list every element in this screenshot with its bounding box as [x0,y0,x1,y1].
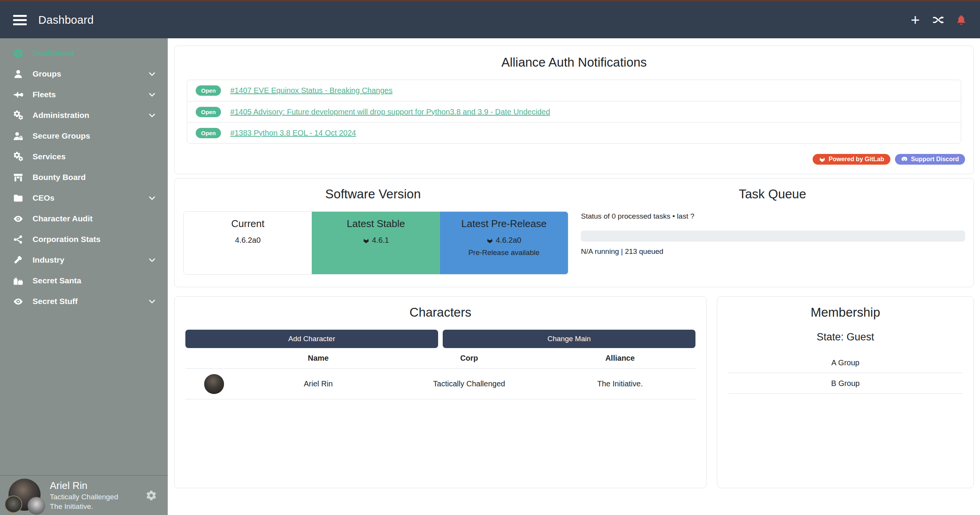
user-icon [13,69,23,79]
task-queue-section: Task Queue Status of 0 processed tasks •… [571,178,973,287]
sidebar-item-ceos[interactable]: CEOs [0,188,168,208]
version-label: Latest Pre-Release [440,218,568,230]
chevron-down-icon [148,70,156,78]
notifications-list: Open #1407 EVE Equinox Status - Breaking… [187,80,961,144]
version-latest-stable: Latest Stable 4.6.1 [312,212,440,274]
sidebar-item-groups[interactable]: Groups [0,64,168,84]
change-main-button[interactable]: Change Main [443,330,695,348]
tachometer-icon [13,48,23,59]
notification-item: Open #1405 Advisory: Future development … [187,101,961,122]
cell-character-name: Ariel Rin [243,379,394,388]
menu-toggle-icon[interactable] [13,15,27,25]
version-label: Current [184,218,312,230]
gitlab-fox-icon [486,237,493,244]
status-badge: Open [196,128,221,138]
chevron-down-icon [148,194,156,202]
notifications-title: Alliance Auth Notifications [175,55,973,70]
discord-badge[interactable]: Support Discord [895,154,965,165]
page: Dashboard + [0,0,980,515]
settings-gear-icon[interactable] [146,490,157,501]
status-badge: Open [196,107,221,117]
version-table: Current 4.6.2a0 Latest Stable 4.6.1 Late… [183,211,568,275]
sidebar-item-bounty-board[interactable]: Bounty Board [0,167,168,188]
sidebar-item-label: Secret Stuff [33,297,78,306]
eye-icon [13,296,23,307]
task-queue-title: Task Queue [571,187,973,201]
navbar: Dashboard + [0,2,980,38]
task-queue-progressbar [581,231,965,242]
gitlab-fox-icon [819,156,826,163]
table-row[interactable]: Ariel Rin Tactically Challenged The Init… [185,369,695,399]
list-item: B Group [728,373,963,394]
characters-table: Name Corp Alliance Ariel Rin Tactically … [185,348,695,399]
cell-character-corp: Tactically Challenged [394,379,545,388]
fighter-jet-icon [13,90,23,100]
alliance-logo [28,497,45,515]
sidebar-item-secret-santa[interactable]: Secret Santa [0,270,168,291]
sidebar-item-administration[interactable]: Administration [0,105,168,126]
sidebar-item-dashboard[interactable]: Dashboard [0,43,168,64]
column-header-alliance: Alliance [545,354,695,363]
sidebar-item-label: Administration [33,111,89,120]
membership-title: Membership [717,305,973,320]
notifications-bell-icon[interactable] [955,14,967,26]
main-content: Alliance Auth Notifications Open #1407 E… [168,38,980,515]
sidebar-item-services[interactable]: Services [0,146,168,167]
sidebar-item-label: Groups [33,69,61,78]
notification-link[interactable]: #1383 Python 3.8 EOL - 14 Oct 2024 [230,129,356,137]
column-header-corp: Corp [394,354,545,363]
notification-link[interactable]: #1407 EVE Equinox Status - Breaking Chan… [230,86,393,95]
sidebar-item-corporation-stats[interactable]: Corporation Stats [0,229,168,250]
sidebar-item-label: Character Audit [33,214,93,223]
gitlab-badge[interactable]: Powered by GitLab [813,154,890,165]
gifts-icon [13,276,23,286]
sidebar-item-secret-stuff[interactable]: Secret Stuff [0,291,168,312]
user-lock-icon [13,131,23,141]
sidebar-item-label: CEOs [33,193,54,203]
characters-card: Characters Add Character Change Main Nam… [174,296,707,488]
user-corp: Tactically Challenged [50,493,118,501]
character-row-portrait [204,374,224,394]
version-number: 4.6.2a0 [496,236,521,245]
chevron-down-icon [148,256,156,264]
chevron-down-icon [148,90,156,99]
notification-link[interactable]: #1405 Advisory: Future development will … [230,108,550,116]
status-badge: Open [196,85,221,96]
user-name: Ariel Rin [50,480,118,492]
sidebar-item-label: Secret Santa [33,276,81,285]
sidebar-item-industry[interactable]: Industry [0,250,168,270]
cogs-icon [13,152,23,162]
gitlab-badge-label: Powered by GitLab [829,156,884,163]
list-item: A Group [728,352,963,373]
add-character-button[interactable]: Add Character [185,330,438,348]
sidebar-item-label: Fleets [33,90,56,99]
prerelease-note: Pre-Release available [440,249,568,257]
notification-item: Open #1383 Python 3.8 EOL - 14 Oct 2024 [187,122,961,143]
add-character-icon[interactable]: + [910,14,921,26]
eye-icon [13,214,23,224]
user-alliance: The Initiative. [50,502,118,511]
sidebar-user-panel: Ariel Rin Tactically Challenged The Init… [0,475,168,515]
column-header-name: Name [243,354,394,363]
corp-logo [5,495,22,513]
user-avatar [8,477,44,514]
sidebar-item-character-audit[interactable]: Character Audit [0,208,168,229]
sidebar-item-label: Dashboard [33,49,75,58]
version-latest-prerelease: Latest Pre-Release 4.6.2a0 Pre-Release a… [440,212,568,274]
shuffle-icon[interactable] [933,14,944,26]
sidebar-item-fleets[interactable]: Fleets [0,84,168,105]
store-icon [13,172,23,183]
sidebar-item-label: Industry [33,255,64,265]
chevron-down-icon [148,297,156,306]
cogs-icon [13,110,23,121]
share-icon [13,234,23,245]
hammer-icon [13,255,23,265]
chevron-down-icon [148,111,156,119]
characters-table-header: Name Corp Alliance [185,348,695,369]
software-version-title: Software Version [175,187,571,201]
membership-card: Membership State: Guest A Group B Group [717,296,974,488]
sidebar-item-secure-groups[interactable]: Secure Groups [0,126,168,146]
sidebar-item-label: Services [33,152,65,161]
version-label: Latest Stable [312,218,440,230]
notification-item: Open #1407 EVE Equinox Status - Breaking… [187,80,961,101]
